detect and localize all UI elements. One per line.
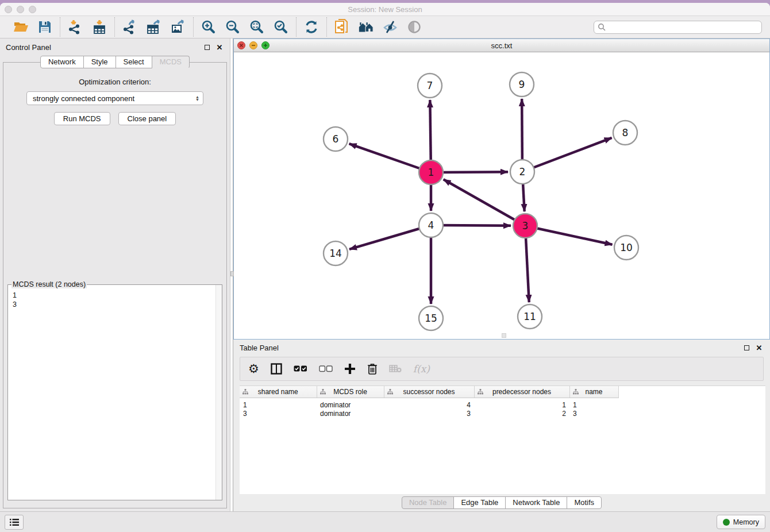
hierarchy-icon [320, 389, 326, 395]
add-icon[interactable] [344, 361, 356, 376]
close-window-button[interactable] [5, 6, 12, 13]
mcds-result-item[interactable]: 1 [13, 291, 211, 300]
network-graph[interactable]: 7968124314101511 [234, 52, 766, 338]
save-session-icon[interactable] [37, 19, 53, 35]
table-cell[interactable]: 2 [474, 409, 569, 418]
panel-splitter[interactable] [230, 38, 233, 511]
network-canvas[interactable]: 7968124314101511 [234, 52, 769, 339]
network-window-titlebar[interactable]: scc.txt [234, 39, 769, 52]
show-all-icon[interactable] [406, 19, 422, 35]
zoom-out-icon[interactable] [225, 19, 241, 35]
mcds-result-list[interactable]: 13 [8, 285, 215, 500]
table-row[interactable]: 3dominator323 [240, 409, 618, 418]
import-network-icon[interactable] [67, 19, 83, 35]
show-columns-icon[interactable] [271, 361, 282, 376]
graph-node-label: 10 [620, 242, 633, 253]
open-session-icon[interactable] [13, 19, 29, 35]
apply-layout-icon[interactable] [303, 19, 319, 35]
close-table-panel-button[interactable]: ✕ [754, 343, 764, 352]
delete-icon[interactable] [367, 361, 378, 376]
network-maximize-button[interactable] [261, 41, 270, 49]
delete-table-icon [389, 361, 402, 376]
zoom-window-button[interactable] [29, 6, 36, 13]
network-close-button[interactable] [237, 41, 245, 49]
table-tab-motifs[interactable]: Motifs [567, 496, 602, 509]
import-table-icon[interactable] [91, 19, 107, 35]
graph-node-label: 11 [523, 311, 536, 322]
hierarchy-icon [478, 389, 483, 395]
graph-node-label: 8 [622, 127, 629, 138]
graph-node-label: 2 [519, 166, 526, 178]
window-controls[interactable] [5, 6, 36, 13]
zoom-fit-icon[interactable] [249, 19, 265, 35]
float-panel-button[interactable] [202, 43, 211, 52]
search-input[interactable] [606, 23, 758, 31]
network-window: scc.txt 7968124314101511 [233, 38, 770, 340]
optimization-criterion-select[interactable]: strongly connected component ▲▼ [26, 91, 203, 105]
memory-button[interactable]: Memory [717, 515, 765, 529]
graph-edge-3-10[interactable] [525, 226, 613, 245]
table-cell[interactable]: 3 [240, 409, 317, 418]
first-neighbors-icon[interactable] [358, 19, 374, 35]
hide-selected-icon[interactable] [382, 19, 398, 35]
tab-select[interactable]: Select [116, 56, 152, 68]
table-cell[interactable]: 1 [569, 398, 618, 409]
table-cell[interactable]: dominator [317, 409, 384, 418]
clone-network-icon[interactable] [334, 19, 350, 35]
optimization-criterion-label: Optimization criterion: [3, 78, 226, 86]
tab-mcds[interactable]: MCDS [152, 56, 190, 68]
table-tab-edge-table[interactable]: Edge Table [453, 496, 506, 509]
column-header-MCDS-role[interactable]: MCDS role [317, 386, 384, 398]
zoom-in-icon[interactable] [201, 19, 217, 35]
graph-edge-4-14[interactable] [349, 225, 431, 249]
task-history-button[interactable] [5, 515, 24, 530]
table-panel: Table Panel ✕ ⚙ [233, 340, 770, 511]
table-tab-node-table[interactable]: Node Table [402, 496, 455, 509]
result-scrollbar[interactable] [215, 285, 222, 500]
table-cell[interactable]: 3 [569, 409, 618, 418]
column-header-shared-name[interactable]: shared name [240, 386, 317, 398]
network-minimize-button[interactable] [249, 41, 257, 49]
graph-edge-3-1[interactable] [444, 179, 525, 226]
run-mcds-button[interactable]: Run MCDS [54, 112, 110, 125]
column-header-name[interactable]: name [569, 386, 618, 398]
table-tab-network-table[interactable]: Network Table [505, 496, 567, 509]
search-field[interactable] [594, 21, 762, 34]
table-cell[interactable]: dominator [317, 398, 384, 409]
table-cell[interactable]: 4 [384, 398, 474, 409]
export-image-icon[interactable] [170, 19, 186, 35]
main-toolbar [0, 16, 770, 38]
selected-criterion: strongly connected component [33, 94, 134, 103]
hierarchy-icon [387, 389, 393, 395]
export-network-icon[interactable] [122, 19, 138, 35]
graph-node-label: 14 [329, 248, 342, 259]
tab-network[interactable]: Network [40, 56, 84, 68]
export-table-icon[interactable] [146, 19, 162, 35]
table-cell[interactable]: 1 [474, 398, 569, 409]
float-table-panel-button[interactable] [742, 343, 751, 352]
graph-node-label: 4 [428, 219, 434, 231]
close-icon: ✕ [756, 344, 763, 352]
table-panel-title: Table Panel [240, 344, 279, 352]
deselect-all-icon[interactable] [319, 361, 333, 376]
column-header-successor-nodes[interactable]: successor nodes [384, 386, 474, 398]
app-window: Session: New Session [0, 3, 770, 532]
canvas-grip-icon[interactable] [502, 333, 506, 338]
settings-icon[interactable]: ⚙ [248, 361, 259, 376]
graph-edge-1-6[interactable] [349, 144, 431, 172]
graph-edge-2-8[interactable] [522, 138, 612, 172]
tab-style[interactable]: Style [83, 56, 116, 68]
table-cell[interactable]: 3 [384, 409, 474, 418]
node-table[interactable]: shared nameMCDS rolesuccessor nodesprede… [240, 385, 765, 494]
table-row[interactable]: 1dominator411 [240, 398, 618, 409]
float-icon [205, 45, 210, 50]
select-all-icon[interactable] [294, 361, 307, 376]
column-header-predecessor-nodes[interactable]: predecessor nodes [474, 386, 569, 398]
mcds-result-item[interactable]: 3 [13, 300, 211, 309]
zoom-selected-icon[interactable] [273, 19, 289, 35]
close-icon: ✕ [217, 44, 223, 51]
close-panel-action-button[interactable]: Close panel [118, 112, 176, 125]
table-cell[interactable]: 1 [240, 398, 317, 409]
close-panel-button[interactable]: ✕ [215, 43, 224, 52]
minimize-window-button[interactable] [17, 6, 24, 13]
